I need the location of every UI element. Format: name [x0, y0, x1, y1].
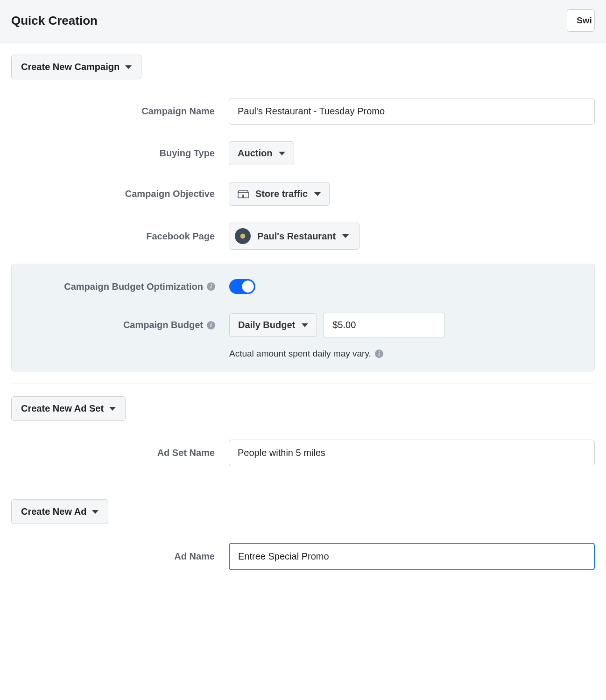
budget-amount-input[interactable]: [324, 313, 445, 337]
create-new-ad-label: Create New Ad: [21, 506, 86, 517]
campaign-budget-label: Campaign Budget: [123, 320, 203, 330]
switch-button[interactable]: Swi: [567, 9, 595, 32]
chevron-down-icon: [92, 510, 99, 514]
page-header: Quick Creation Swi: [0, 0, 606, 42]
info-icon[interactable]: i: [375, 350, 383, 358]
campaign-objective-value: Store traffic: [255, 189, 308, 199]
budget-type-value: Daily Budget: [238, 320, 295, 330]
adset-name-label: Ad Set Name: [11, 448, 229, 458]
facebook-page-label: Facebook Page: [11, 231, 229, 242]
chevron-down-icon: [279, 152, 285, 155]
create-new-adset-button[interactable]: Create New Ad Set: [11, 396, 126, 421]
ad-name-label: Ad Name: [11, 551, 229, 562]
campaign-name-label: Campaign Name: [11, 106, 229, 117]
facebook-page-select[interactable]: Paul's Restaurant: [229, 223, 359, 250]
buying-type-value: Auction: [238, 148, 272, 159]
page-avatar-icon: [235, 228, 251, 244]
campaign-objective-label: Campaign Objective: [11, 189, 229, 199]
budget-optimization-toggle[interactable]: [229, 279, 255, 294]
svg-point-2: [240, 234, 246, 239]
buying-type-label: Buying Type: [11, 148, 229, 159]
chevron-down-icon: [302, 323, 308, 327]
chevron-down-icon: [125, 65, 132, 69]
toggle-knob: [242, 280, 254, 293]
page-title: Quick Creation: [11, 14, 98, 28]
chevron-down-icon: [109, 407, 116, 411]
section-divider: [11, 591, 595, 591]
info-icon[interactable]: i: [207, 282, 215, 291]
budget-optimization-label: Campaign Budget Optimization: [64, 281, 203, 292]
facebook-page-value: Paul's Restaurant: [257, 231, 336, 242]
create-new-campaign-label: Create New Campaign: [21, 62, 120, 72]
campaign-objective-select[interactable]: Store traffic: [229, 182, 330, 206]
chevron-down-icon: [314, 192, 321, 196]
create-new-adset-label: Create New Ad Set: [21, 403, 104, 414]
budget-note-text: Actual amount spent daily may vary.: [229, 349, 371, 359]
buying-type-select[interactable]: Auction: [229, 141, 294, 165]
svg-rect-1: [242, 195, 244, 198]
budget-type-select[interactable]: Daily Budget: [229, 313, 317, 337]
create-new-campaign-button[interactable]: Create New Campaign: [11, 55, 141, 79]
budget-panel: Campaign Budget Optimization i Campaign …: [11, 264, 595, 371]
ad-name-input[interactable]: [229, 543, 595, 570]
store-icon: [238, 190, 249, 198]
info-icon[interactable]: i: [207, 321, 215, 329]
campaign-name-input[interactable]: [229, 98, 595, 125]
adset-name-input[interactable]: [229, 440, 595, 466]
create-new-ad-button[interactable]: Create New Ad: [11, 499, 108, 524]
chevron-down-icon: [342, 234, 349, 238]
